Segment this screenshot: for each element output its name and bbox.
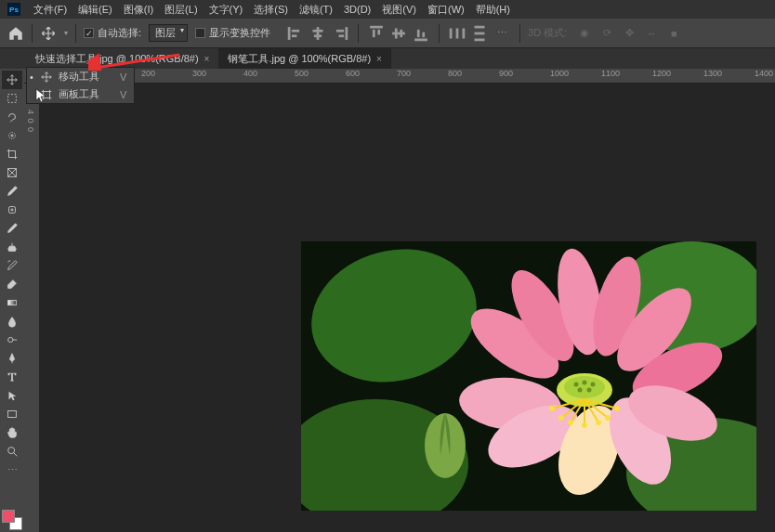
mode-3d-pan-icon: ✥ xyxy=(619,23,639,44)
align-right-icon[interactable] xyxy=(330,23,350,44)
document-tab[interactable]: 钢笔工具.jpg @ 100%(RGB/8#) × xyxy=(218,48,390,69)
options-bar: ▾ 自动选择: 图层 显示变换控件 ⋯ 3D 模式: ◉ ⟳ ✥ ↔ ■ xyxy=(0,19,775,48)
toolbox: ⋯ xyxy=(0,69,24,532)
dropdown-icon[interactable]: ▾ xyxy=(64,29,68,37)
pen-tool[interactable] xyxy=(2,349,22,368)
svg-rect-6 xyxy=(346,27,348,40)
menu-edit[interactable]: 编辑(E) xyxy=(72,1,118,19)
auto-select-option[interactable]: 自动选择: xyxy=(84,26,141,40)
color-swatches[interactable] xyxy=(2,510,22,530)
foreground-color[interactable] xyxy=(2,510,15,523)
menu-image[interactable]: 图像(I) xyxy=(118,1,159,19)
menu-select[interactable]: 选择(S) xyxy=(248,1,294,19)
ruler-vertical[interactable]: U 4 0 0 xyxy=(24,84,39,532)
auto-select-label: 自动选择: xyxy=(98,26,141,40)
show-transform-option[interactable]: 显示变换控件 xyxy=(195,26,270,40)
edit-toolbar[interactable]: ⋯ xyxy=(2,461,22,479)
brush-tool[interactable] xyxy=(2,219,22,238)
svg-rect-11 xyxy=(377,29,380,34)
svg-rect-1 xyxy=(292,29,299,32)
ruler-tick: 600 xyxy=(346,69,360,78)
quick-select-tool[interactable] xyxy=(2,126,22,145)
separator xyxy=(439,24,440,43)
svg-rect-5 xyxy=(314,34,322,37)
svg-rect-2 xyxy=(292,34,297,37)
close-icon[interactable]: × xyxy=(376,54,382,64)
svg-point-66 xyxy=(596,420,601,425)
tab-label: 钢笔工具.jpg @ 100%(RGB/8#) xyxy=(228,52,371,66)
gradient-tool[interactable] xyxy=(2,293,22,312)
more-options-icon[interactable]: ⋯ xyxy=(492,23,512,44)
move-tool[interactable] xyxy=(2,71,22,89)
hand-tool[interactable] xyxy=(2,423,22,442)
svg-rect-28 xyxy=(8,300,17,305)
frame-tool[interactable] xyxy=(2,163,22,182)
svg-point-29 xyxy=(8,337,13,342)
show-transform-label: 显示变换控件 xyxy=(209,26,270,40)
marquee-tool[interactable] xyxy=(2,89,22,108)
menu-filter[interactable]: 滤镜(T) xyxy=(294,1,338,19)
ruler-tick: 1200 xyxy=(652,69,671,78)
menubar: Ps 文件(F) 编辑(E) 图像(I) 图层(L) 文字(Y) 选择(S) 滤… xyxy=(0,0,775,19)
eraser-tool[interactable] xyxy=(2,275,22,293)
close-icon[interactable]: × xyxy=(204,54,210,64)
eyedropper-tool[interactable] xyxy=(2,182,22,201)
show-transform-checkbox[interactable] xyxy=(195,28,205,38)
svg-rect-20 xyxy=(463,28,466,38)
svg-rect-30 xyxy=(8,411,17,418)
svg-rect-10 xyxy=(373,29,375,36)
separator xyxy=(75,24,76,43)
align-top-icon[interactable] xyxy=(366,23,387,44)
svg-rect-15 xyxy=(414,38,427,41)
type-tool[interactable] xyxy=(2,368,22,386)
cursor-icon xyxy=(35,88,46,103)
clone-stamp-tool[interactable] xyxy=(2,238,22,256)
svg-rect-22 xyxy=(475,32,485,34)
auto-select-checkbox[interactable] xyxy=(84,28,94,38)
menu-type[interactable]: 文字(Y) xyxy=(204,1,249,19)
path-select-tool[interactable] xyxy=(2,386,22,405)
dodge-tool[interactable] xyxy=(2,331,22,349)
svg-point-51 xyxy=(574,383,579,387)
move-tool-icon[interactable] xyxy=(40,25,57,42)
align-center-h-icon[interactable] xyxy=(308,23,328,44)
ruler-tick: 1300 xyxy=(703,69,722,78)
align-middle-icon[interactable] xyxy=(388,23,409,44)
align-left-icon[interactable] xyxy=(285,23,306,44)
ruler-tick: 1000 xyxy=(550,69,569,78)
menu-help[interactable]: 帮助(H) xyxy=(470,1,516,19)
ruler-tick: 900 xyxy=(499,69,513,78)
crop-tool[interactable] xyxy=(2,145,22,163)
ruler-tick: 300 xyxy=(192,69,206,78)
svg-rect-8 xyxy=(339,34,345,37)
flyout-item-label: 画板工具 xyxy=(59,87,99,101)
align-bottom-icon[interactable] xyxy=(411,23,431,44)
menu-layer[interactable]: 图层(L) xyxy=(159,1,203,19)
svg-rect-14 xyxy=(400,29,402,36)
canvas-content[interactable] xyxy=(39,84,775,532)
ruler-label: 4 0 0 xyxy=(26,110,35,133)
distribute-v-icon[interactable] xyxy=(469,23,490,44)
svg-rect-24 xyxy=(8,95,17,103)
annotation-arrow xyxy=(88,52,181,71)
menu-view[interactable]: 视图(V) xyxy=(376,1,422,19)
svg-point-68 xyxy=(549,406,555,411)
svg-point-53 xyxy=(591,383,596,387)
distribute-h-icon[interactable] xyxy=(447,23,467,44)
menu-3d[interactable]: 3D(D) xyxy=(338,2,376,17)
ruler-horizontal[interactable]: 0 100 200 300 400 500 600 700 800 900 10… xyxy=(24,69,775,84)
zoom-tool[interactable] xyxy=(2,442,22,461)
svg-rect-7 xyxy=(336,29,344,32)
svg-line-71 xyxy=(96,55,179,68)
spot-heal-tool[interactable] xyxy=(2,201,22,219)
main-area: ⋯ 0 100 200 300 400 500 600 700 800 900 … xyxy=(0,69,775,532)
home-icon[interactable] xyxy=(7,25,24,42)
auto-select-dropdown[interactable]: 图层 xyxy=(149,24,188,42)
rectangle-tool[interactable] xyxy=(2,405,22,423)
history-brush-tool[interactable] xyxy=(2,256,22,275)
svg-rect-21 xyxy=(475,25,485,28)
menu-window[interactable]: 窗口(W) xyxy=(422,1,470,19)
menu-file[interactable]: 文件(F) xyxy=(28,1,72,19)
blur-tool[interactable] xyxy=(2,312,22,331)
lasso-tool[interactable] xyxy=(2,108,22,126)
